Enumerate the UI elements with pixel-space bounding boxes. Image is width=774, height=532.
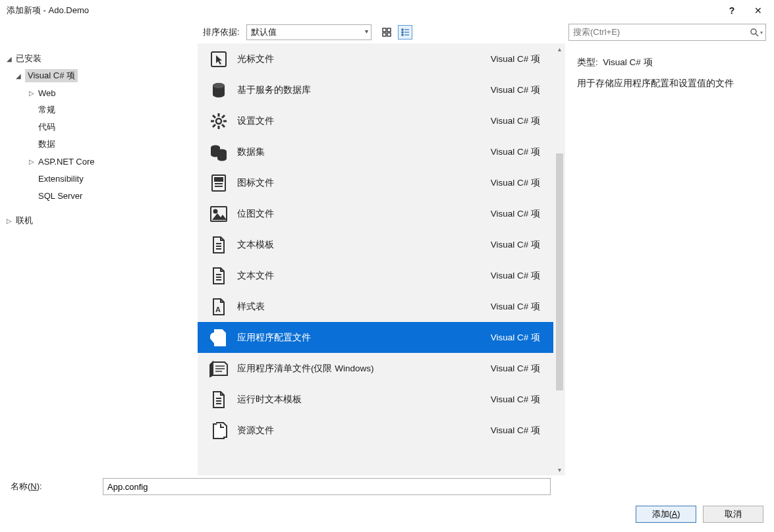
window-title: 添加新项 - Ado.Demo bbox=[7, 5, 719, 16]
main: ◢ 已安装 ◢ Visual C# 项 ▷ Web 常规 代码 数据 ▷ ASP… bbox=[0, 43, 774, 475]
tree-node[interactable]: SQL Server bbox=[5, 187, 192, 204]
template-name: 运行时文本模板 bbox=[231, 394, 491, 406]
expand-icon: ▷ bbox=[28, 90, 36, 97]
template-item[interactable]: 光标文件Visual C# 项 bbox=[198, 43, 553, 74]
tree-node[interactable]: 数据 bbox=[5, 136, 192, 153]
template-language: Visual C# 项 bbox=[491, 115, 540, 127]
sort-select[interactable]: 默认值 ▾ bbox=[246, 24, 372, 40]
template-language: Visual C# 项 bbox=[491, 208, 540, 220]
svg-point-15 bbox=[216, 119, 221, 124]
chevron-down-icon: ▾ bbox=[365, 28, 368, 35]
template-name: 样式表 bbox=[231, 301, 491, 313]
template-language: Visual C# 项 bbox=[491, 394, 540, 406]
view-details-button[interactable] bbox=[398, 25, 412, 40]
sort-label: 排序依据: bbox=[203, 26, 240, 38]
chevron-down-icon: ▾ bbox=[760, 30, 763, 36]
template-item[interactable]: 基于服务的数据库Visual C# 项 bbox=[198, 74, 553, 105]
titlebar: 添加新项 - Ado.Demo ? ✕ bbox=[0, 0, 774, 21]
scroll-thumb[interactable] bbox=[556, 153, 563, 390]
svg-line-22 bbox=[213, 124, 215, 127]
template-item[interactable]: 文本模板Visual C# 项 bbox=[198, 229, 553, 260]
add-button[interactable]: 添加(A) bbox=[636, 506, 696, 523]
style-icon: A bbox=[207, 298, 231, 316]
svg-line-11 bbox=[756, 34, 758, 36]
tree-node-csharp[interactable]: ◢ Visual C# 项 bbox=[5, 67, 192, 84]
help-button[interactable]: ? bbox=[719, 0, 745, 21]
search-placeholder: 搜索(Ctrl+E) bbox=[573, 26, 750, 38]
doc-icon bbox=[207, 267, 231, 285]
svg-point-10 bbox=[751, 29, 756, 34]
tree-node-installed[interactable]: ◢ 已安装 bbox=[5, 50, 192, 67]
template-name: 位图文件 bbox=[231, 208, 491, 220]
svg-point-40 bbox=[213, 334, 215, 336]
svg-rect-3 bbox=[387, 33, 391, 36]
template-name: 设置文件 bbox=[231, 115, 491, 127]
template-language: Visual C# 项 bbox=[491, 84, 540, 96]
tree-node[interactable]: 常规 bbox=[5, 101, 192, 119]
resource-icon bbox=[207, 421, 231, 440]
cancel-button[interactable]: 取消 bbox=[703, 506, 763, 523]
tree-node-web[interactable]: ▷ Web bbox=[5, 84, 192, 101]
svg-point-8 bbox=[401, 34, 402, 36]
expand-icon: ▷ bbox=[28, 158, 36, 165]
template-language: Visual C# 项 bbox=[491, 270, 540, 282]
scrollbar[interactable]: ▴ ▾ bbox=[554, 43, 565, 475]
template-item[interactable]: 设置文件Visual C# 项 bbox=[198, 105, 553, 136]
cursor-icon bbox=[207, 50, 231, 68]
template-list-panel: 光标文件Visual C# 项基于服务的数据库Visual C# 项设置文件Vi… bbox=[198, 43, 565, 475]
template-item[interactable]: 应用程序清单文件(仅限 Windows)Visual C# 项 bbox=[198, 353, 553, 384]
svg-line-20 bbox=[213, 115, 215, 118]
sort-value: 默认值 bbox=[251, 26, 277, 38]
template-item[interactable]: 应用程序配置文件Visual C# 项 bbox=[198, 322, 553, 353]
template-item[interactable]: A样式表Visual C# 项 bbox=[198, 291, 553, 322]
template-item[interactable]: 图标文件Visual C# 项 bbox=[198, 167, 553, 198]
template-language: Visual C# 项 bbox=[491, 239, 540, 251]
template-item[interactable]: 资源文件Visual C# 项 bbox=[198, 415, 553, 446]
template-name: 应用程序配置文件 bbox=[231, 332, 491, 344]
scroll-track[interactable] bbox=[554, 55, 565, 464]
template-name: 应用程序清单文件(仅限 Windows) bbox=[231, 363, 491, 375]
doc-icon bbox=[207, 236, 231, 254]
tree-node[interactable]: Extensibility bbox=[5, 170, 192, 187]
template-name: 资源文件 bbox=[231, 425, 491, 437]
tree-node-online[interactable]: ▷ 联机 bbox=[5, 212, 192, 229]
svg-point-32 bbox=[214, 209, 217, 213]
name-label: 名称(N): bbox=[11, 481, 90, 492]
search-icon[interactable]: ▾ bbox=[750, 28, 763, 38]
view-toggle bbox=[379, 25, 412, 40]
template-language: Visual C# 项 bbox=[491, 363, 540, 375]
expand-icon: ▷ bbox=[5, 217, 13, 225]
search-input[interactable]: 搜索(Ctrl+E) ▾ bbox=[568, 24, 766, 41]
template-name: 文本模板 bbox=[231, 239, 491, 251]
svg-point-4 bbox=[401, 29, 402, 30]
close-button[interactable]: ✕ bbox=[745, 0, 771, 21]
details-panel: 类型: Visual C# 项 用于存储应用程序配置和设置值的文件 bbox=[565, 43, 774, 475]
type-label: 类型: bbox=[577, 57, 598, 67]
template-name: 文本文件 bbox=[231, 270, 491, 282]
template-item[interactable]: 文本文件Visual C# 项 bbox=[198, 260, 553, 291]
footer: 名称(N): 添加(A) 取消 bbox=[0, 475, 774, 532]
template-language: Visual C# 项 bbox=[491, 146, 540, 158]
category-tree: ◢ 已安装 ◢ Visual C# 项 ▷ Web 常规 代码 数据 ▷ ASP… bbox=[0, 43, 198, 475]
template-language: Visual C# 项 bbox=[491, 332, 540, 344]
template-item[interactable]: 位图文件Visual C# 项 bbox=[198, 198, 553, 229]
template-language: Visual C# 项 bbox=[491, 53, 540, 65]
template-name: 基于服务的数据库 bbox=[231, 84, 491, 96]
template-name: 数据集 bbox=[231, 146, 491, 158]
description: 用于存储应用程序配置和设置值的文件 bbox=[577, 74, 765, 93]
dataset-icon bbox=[207, 143, 231, 161]
name-input[interactable] bbox=[103, 478, 551, 495]
gear-icon bbox=[207, 112, 231, 130]
svg-line-21 bbox=[222, 124, 225, 127]
view-large-icons-button[interactable] bbox=[379, 25, 394, 40]
tree-node[interactable]: 代码 bbox=[5, 119, 192, 136]
template-language: Visual C# 项 bbox=[491, 425, 540, 437]
collapse-icon: ◢ bbox=[14, 72, 22, 80]
template-name: 光标文件 bbox=[231, 53, 491, 65]
template-item[interactable]: 数据集Visual C# 项 bbox=[198, 136, 553, 167]
template-item[interactable]: 运行时文本模板Visual C# 项 bbox=[198, 384, 553, 415]
svg-point-14 bbox=[213, 83, 225, 88]
scroll-up-icon[interactable]: ▴ bbox=[554, 43, 565, 55]
tree-node-aspnetcore[interactable]: ▷ ASP.NET Core bbox=[5, 153, 192, 170]
scroll-down-icon[interactable]: ▾ bbox=[554, 464, 565, 475]
